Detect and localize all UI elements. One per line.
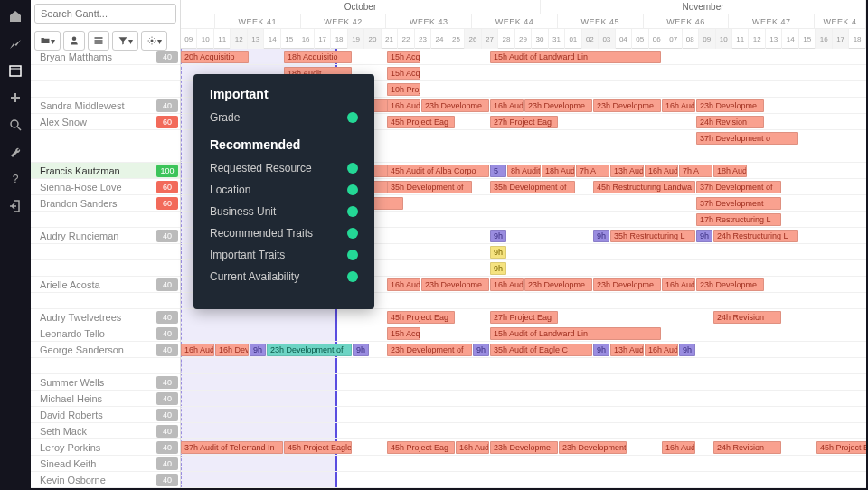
resource-row[interactable]: Sinead Keith40 <box>31 456 180 472</box>
task-bar[interactable]: 15h Acqui <box>387 51 420 63</box>
resource-row[interactable]: Alex Snow60 <box>31 114 180 130</box>
attr-row-grade[interactable]: Grade <box>210 107 358 128</box>
task-bar[interactable]: 24h Revision <box>713 311 781 324</box>
task-bar[interactable]: 5 <box>490 165 506 177</box>
filter-button[interactable]: ▾ <box>112 31 138 51</box>
task-bar[interactable]: 20h Acquisitio <box>181 51 249 63</box>
task-bar[interactable]: 16h Audit <box>456 441 489 454</box>
task-bar[interactable]: 16h Audit <box>645 344 678 356</box>
user-button[interactable] <box>63 31 85 51</box>
resource-row[interactable] <box>31 65 180 81</box>
task-bar[interactable]: 23h Development of <box>267 344 352 356</box>
attr-row-it[interactable]: Important Traits <box>210 244 358 266</box>
list-button[interactable] <box>88 31 109 51</box>
task-bar[interactable]: 23h Developme <box>421 278 489 291</box>
attr-row-rt[interactable]: Recommended Traits <box>210 222 358 244</box>
resource-row[interactable] <box>31 81 180 98</box>
resource-row[interactable]: Leonardo Tello40 <box>31 325 180 342</box>
task-bar[interactable]: 45h Project Eag <box>387 116 455 128</box>
task-bar[interactable]: 27h Project Eag <box>490 116 558 128</box>
task-bar[interactable]: 9h U <box>593 344 609 356</box>
resource-row[interactable] <box>31 146 180 163</box>
gantt-row[interactable] <box>181 472 866 488</box>
task-bar[interactable]: 23h Developme <box>524 99 592 112</box>
resource-row[interactable]: Audry Twelvetrees40 <box>31 309 180 325</box>
gantt-row[interactable]: 16h Audit16h Deve9h U23h Development of9… <box>181 342 866 358</box>
task-bar[interactable]: 16h Deve <box>215 344 249 356</box>
task-bar[interactable]: 7h A <box>576 165 609 177</box>
resource-row[interactable]: Seth Mack40 <box>31 423 180 439</box>
task-bar[interactable]: 23h Developme <box>421 99 489 112</box>
task-bar[interactable]: 16h Audit <box>645 165 678 177</box>
task-bar[interactable]: 8h Audit <box>507 165 541 177</box>
gantt-row[interactable] <box>181 456 866 472</box>
resource-row[interactable]: Summer Wells40 <box>31 374 180 391</box>
resource-row[interactable] <box>31 130 180 146</box>
resource-row[interactable] <box>31 293 180 309</box>
task-bar[interactable]: 7h A <box>679 165 712 177</box>
task-bar[interactable]: 27h Project Eag <box>490 311 558 324</box>
task-bar[interactable]: 9h U <box>490 246 506 259</box>
task-bar[interactable]: 45h Restructuring Landwa <box>593 181 695 193</box>
resource-row[interactable]: Michael Heins40 <box>31 391 180 407</box>
task-bar[interactable]: 15h Acqui <box>387 67 420 80</box>
gantt-row[interactable] <box>181 391 866 407</box>
task-bar[interactable]: 13h Audit <box>610 344 644 356</box>
task-bar[interactable]: 35h Restructuring L <box>610 230 695 242</box>
task-bar[interactable]: 24h Revision <box>713 441 781 454</box>
gantt-row[interactable]: 45h Project Eag27h Project Eag24h Revisi… <box>181 309 866 325</box>
task-bar[interactable]: 9h U <box>353 344 369 356</box>
task-bar[interactable]: 16h Audit <box>387 99 420 112</box>
task-bar[interactable]: 23h Developme <box>490 441 558 454</box>
gantt-row[interactable]: 20h Acquisitio18h Acquisitio15h Acqui15h… <box>181 49 866 65</box>
search-icon[interactable] <box>8 118 23 132</box>
wrench-icon[interactable] <box>8 145 23 159</box>
task-bar[interactable]: 15h Audit of Landward Lin <box>490 51 661 63</box>
home-icon[interactable] <box>8 9 23 24</box>
resource-row[interactable] <box>31 358 180 374</box>
resource-row[interactable]: Kevin Osborne40 <box>31 472 180 488</box>
help-icon[interactable]: ? <box>8 172 23 186</box>
task-bar[interactable]: 9h U <box>679 344 695 356</box>
task-bar[interactable]: 35h Audit of Eagle C <box>490 344 592 356</box>
resource-row[interactable]: George Sanderson40 <box>31 342 180 358</box>
resource-row[interactable]: Audry Runcieman40 <box>31 228 180 244</box>
task-bar[interactable]: 37h Development <box>696 197 781 210</box>
task-bar[interactable]: 23h Developme <box>593 278 661 291</box>
task-bar[interactable]: 17h Restructuring L <box>696 213 781 226</box>
task-bar[interactable]: 45h Project Ea <box>816 441 866 454</box>
task-bar[interactable]: 9h U <box>490 262 506 275</box>
resource-row[interactable]: Leroy Porkins40 <box>31 439 180 456</box>
search-input[interactable] <box>34 4 176 24</box>
task-bar[interactable]: 18h Audit <box>713 165 747 177</box>
gantt-row[interactable] <box>181 423 866 439</box>
task-bar[interactable]: 23h Developme <box>524 278 592 291</box>
task-bar[interactable]: 16h Audit <box>181 344 214 356</box>
task-bar[interactable]: 35h Development of <box>490 181 575 193</box>
plus-icon[interactable] <box>8 90 23 105</box>
task-bar[interactable]: 16h Audit <box>490 99 524 112</box>
task-bar[interactable]: 37h Audit of Tellerrand In <box>181 441 283 454</box>
attr-row-location[interactable]: Location <box>210 179 358 201</box>
attr-row-requested[interactable]: Requested Resource <box>210 157 358 179</box>
task-bar[interactable]: 45h Project Eag <box>387 311 455 324</box>
task-bar[interactable]: 9h U <box>250 344 266 356</box>
resource-row[interactable]: Sienna-Rose Love60 <box>31 179 180 195</box>
attr-row-ca[interactable]: Current Availability <box>210 266 358 287</box>
task-bar[interactable]: 15h Audit of Landward Lin <box>490 327 661 340</box>
task-bar[interactable]: 37h Development of <box>696 181 781 193</box>
task-bar[interactable]: 45h Audit of Alba Corpo <box>387 165 489 177</box>
task-bar[interactable]: 45h Project Eagle <box>284 441 352 454</box>
resource-row[interactable]: Brandon Sanders60 <box>31 195 180 212</box>
task-bar[interactable]: 23h Developme <box>696 278 764 291</box>
task-bar[interactable]: 16h Audit <box>490 278 524 291</box>
task-bar[interactable]: 18h Audit <box>542 165 575 177</box>
task-bar[interactable]: 23h Development of <box>387 344 472 356</box>
task-bar[interactable]: 18h Acquisitio <box>284 51 352 63</box>
resource-row[interactable]: Francis Kautzman100 <box>31 163 180 179</box>
gantt-row[interactable]: 15h Acqui15h Audit of Landward Lin <box>181 325 866 342</box>
settings-button[interactable]: ▾ <box>141 31 167 51</box>
logout-icon[interactable] <box>8 199 23 213</box>
gantt-row[interactable] <box>181 374 866 391</box>
attr-row-bu[interactable]: Business Unit <box>210 201 358 222</box>
